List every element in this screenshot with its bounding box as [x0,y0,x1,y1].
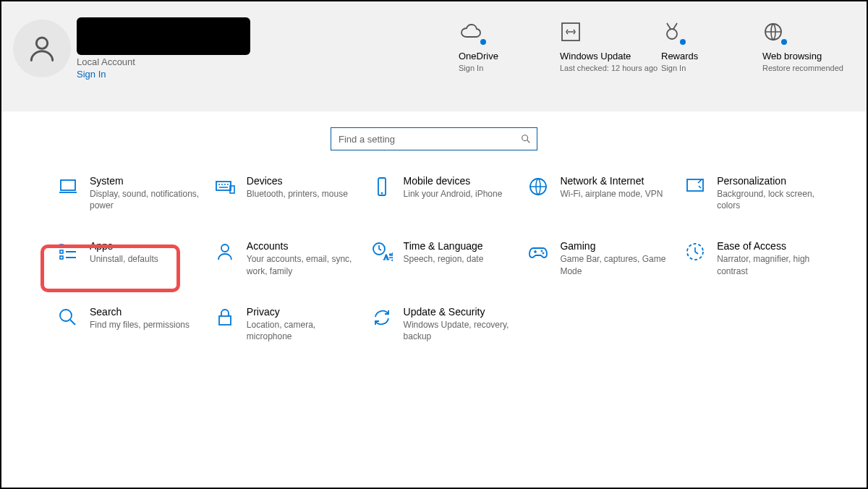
phone-icon [370,175,393,198]
tile-title: Privacy [247,306,359,318]
svg-rect-12 [60,244,63,247]
search-box[interactable] [331,127,537,150]
svg-point-21 [60,310,72,321]
svg-point-4 [522,135,528,141]
tile-desc: Display, sound, notifications, power [90,188,203,211]
tile-title: Personalization [717,175,830,187]
quick-sub: Last checked: 12 hours ago [560,63,658,73]
account-type: Local Account [77,56,250,67]
tile-desc: Game Bar, captures, Game Mode [560,253,673,276]
quick-card-web-browsing[interactable]: Web browsing Restore recommended [762,17,864,73]
search-row [1,127,867,150]
tile-desc: Find my files, permissions [90,319,203,331]
tile-title: Accounts [247,240,359,252]
tile-desc: Link your Android, iPhone [404,188,516,200]
svg-rect-13 [60,250,63,253]
person-icon [213,240,237,263]
quick-card-windows-update[interactable]: Windows Update Last checked: 12 hours ag… [560,17,661,73]
time-language-icon: A字 [370,240,393,263]
quick-card-onedrive[interactable]: OneDrive Sign In [459,17,560,73]
ease-of-access-icon [684,240,707,263]
tile-update-security[interactable]: Update & Security Windows Update, recove… [367,303,519,345]
svg-text:A字: A字 [383,252,393,261]
quick-sub: Sign In [459,63,483,73]
tile-desc: Windows Update, recovery, backup [404,319,516,342]
search-input[interactable] [331,128,537,150]
username-redacted [77,17,250,55]
settings-header: Local Account Sign In OneDrive Sign In W… [1,1,867,111]
magnifier-icon [56,306,80,329]
tile-search[interactable]: Search Find my files, permissions [54,303,205,345]
sync-icon [370,306,393,329]
tile-desc: Speech, region, date [404,253,516,265]
quick-card-rewards[interactable]: Rewards Sign In [661,17,762,73]
profile-area[interactable]: Local Account Sign In [13,17,459,80]
tile-title: System [90,175,203,187]
tile-title: Time & Language [404,240,516,252]
quick-title: OneDrive [459,51,498,61]
tile-privacy[interactable]: Privacy Location, camera, microphone [210,303,362,345]
tile-title: Network & Internet [560,175,673,187]
quick-title: Rewards [661,51,698,61]
tile-title: Devices [247,175,359,187]
update-icon [560,21,582,43]
tile-desc: Background, lock screen, colors [717,188,830,211]
avatar [13,20,71,77]
cloud-icon [459,24,483,40]
svg-point-15 [221,244,229,252]
quick-title: Windows Update [560,51,631,61]
svg-point-18 [541,250,542,252]
svg-rect-6 [216,182,231,190]
svg-rect-5 [61,180,75,190]
svg-point-0 [36,38,47,48]
apps-list-icon [56,240,80,263]
category-grid: System Display, sound, notifications, po… [1,172,867,345]
tile-desc: Wi-Fi, airplane mode, VPN [560,188,673,200]
person-icon [26,33,58,64]
svg-rect-14 [60,256,63,259]
tile-desc: Narrator, magnifier, high contrast [717,253,830,276]
quick-title: Web browsing [762,51,822,61]
tile-mobile-devices[interactable]: Mobile devices Link your Android, iPhone [367,172,519,214]
tile-title: Update & Security [404,306,516,318]
tile-title: Ease of Access [717,240,830,252]
quick-status-row: OneDrive Sign In Windows Update Last che… [459,17,864,73]
tile-devices[interactable]: Devices Bluetooth, printers, mouse [210,172,362,214]
lock-icon [213,306,237,329]
tile-personalization[interactable]: Personalization Background, lock screen,… [681,172,833,214]
svg-point-9 [381,192,383,194]
tile-title: Mobile devices [404,175,516,187]
laptop-icon [56,175,80,198]
tile-accounts[interactable]: Accounts Your accounts, email, sync, wor… [210,237,362,279]
keyboard-icon [213,175,237,198]
tile-title: Gaming [560,240,673,252]
tile-desc: Your accounts, email, sync, work, family [247,253,359,276]
search-icon [521,134,531,144]
tile-apps[interactable]: Apps Uninstall, defaults [54,237,205,279]
tile-desc: Location, camera, microphone [247,319,359,342]
tile-ease-of-access[interactable]: Ease of Access Narrator, magnifier, high… [681,237,833,279]
svg-point-19 [542,252,544,254]
svg-point-2 [667,29,677,39]
sign-in-link[interactable]: Sign In [77,69,250,80]
quick-sub: Restore recommended [762,63,843,73]
paint-icon [684,175,707,198]
tile-network[interactable]: Network & Internet Wi-Fi, airplane mode,… [524,172,676,214]
globe-icon [527,175,550,198]
tile-title: Search [90,306,203,318]
tile-system[interactable]: System Display, sound, notifications, po… [54,172,205,214]
tile-gaming[interactable]: Gaming Game Bar, captures, Game Mode [524,237,676,279]
quick-sub: Sign In [661,63,686,73]
gamepad-icon [527,240,550,263]
tile-desc: Uninstall, defaults [90,253,203,265]
tile-time-language[interactable]: A字 Time & Language Speech, region, date [367,237,519,279]
tile-desc: Bluetooth, printers, mouse [247,188,359,200]
svg-rect-22 [219,316,231,325]
tile-title: Apps [90,240,203,252]
